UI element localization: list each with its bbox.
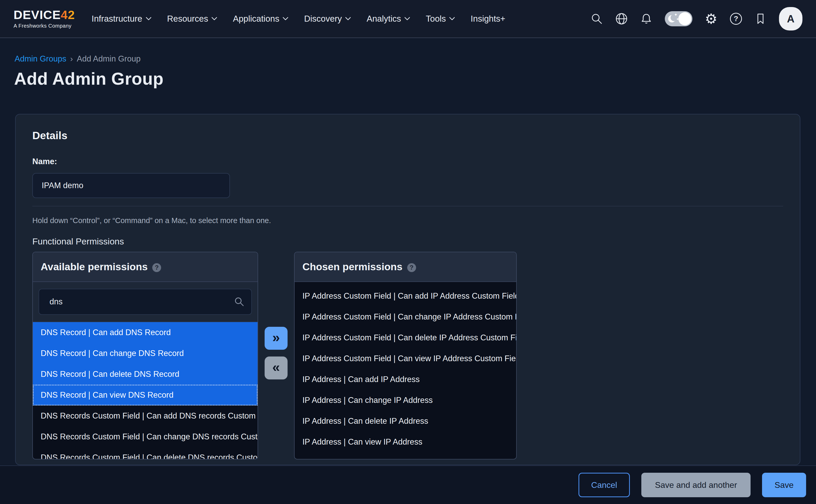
user-avatar[interactable]: A <box>779 7 802 30</box>
chevron-down-icon <box>345 17 351 21</box>
functional-permissions-label: Functional Permissions <box>32 236 783 247</box>
permission-option[interactable]: DNS Records Custom Field | Can add DNS r… <box>33 405 257 426</box>
available-search-row <box>33 282 257 322</box>
menu-analytics[interactable]: Analytics <box>366 14 410 24</box>
save-and-add-another-button[interactable]: Save and add another <box>641 473 751 497</box>
top-navbar: DEVICE42 A Freshworks Company Infrastruc… <box>0 0 816 38</box>
chevron-down-icon <box>211 17 217 21</box>
main-menu: Infrastructure Resources Applications Di… <box>91 14 505 24</box>
help-icon[interactable]: ? <box>730 13 742 25</box>
permission-option[interactable]: DNS Record | Can delete DNS Record <box>33 364 257 385</box>
permission-option[interactable]: IP Address | Can view IP Address <box>294 432 516 452</box>
menu-resources[interactable]: Resources <box>167 14 217 24</box>
chevron-down-icon <box>404 17 410 21</box>
toggle-knob <box>678 12 691 25</box>
chevron-down-icon <box>282 17 288 21</box>
permission-option[interactable]: DNS Record | Can view DNS Record <box>33 385 257 405</box>
form-footer: Cancel Save and add another Save <box>0 465 816 504</box>
chosen-permissions-title: Chosen permissions <box>302 261 402 273</box>
save-button[interactable]: Save <box>762 473 806 497</box>
permission-option[interactable]: IP Address Custom Field | Can add IP Add… <box>294 286 516 306</box>
bookmark-icon[interactable] <box>754 13 766 25</box>
permission-option[interactable]: IP Address | Can change IP Address <box>294 390 516 411</box>
menu-label: Analytics <box>366 14 401 24</box>
chevron-down-icon <box>449 17 455 21</box>
menu-label: Tools <box>426 14 446 24</box>
logo-text: DEVICE42 <box>14 9 75 21</box>
permission-option[interactable]: IP Address Custom Field | Can change IP … <box>294 306 516 327</box>
menu-infrastructure[interactable]: Infrastructure <box>91 14 151 24</box>
permission-option[interactable]: DNS Record | Can add DNS Record <box>33 322 257 343</box>
search-icon[interactable] <box>591 13 603 25</box>
permission-option[interactable]: DNS Records Custom Field | Can delete DN… <box>33 447 257 459</box>
name-label: Name: <box>32 157 783 166</box>
breadcrumb-admin-groups-link[interactable]: Admin Groups <box>15 54 66 64</box>
page-title: Add Admin Group <box>14 69 816 89</box>
section-divider <box>32 206 783 206</box>
permission-option[interactable]: IP Address Custom Field | Can delete IP … <box>294 327 516 348</box>
available-permissions-panel: Available permissions ? DNS Record | Can… <box>32 252 258 459</box>
logo-tagline: A Freshworks Company <box>14 23 75 29</box>
menu-applications[interactable]: Applications <box>233 14 288 24</box>
available-permissions-header: Available permissions ? <box>33 252 257 282</box>
breadcrumb-separator: › <box>70 54 73 64</box>
menu-discovery[interactable]: Discovery <box>304 14 351 24</box>
chosen-permissions-list: IP Address Custom Field | Can add IP Add… <box>294 282 516 459</box>
notifications-bell-icon[interactable] <box>640 12 652 25</box>
menu-label: Applications <box>233 14 279 24</box>
available-help-icon[interactable]: ? <box>152 263 161 272</box>
menu-label: Insights+ <box>471 14 505 24</box>
permission-option[interactable]: IP Address Custom Field | Can view IP Ad… <box>294 348 516 369</box>
add-admin-group-page: DEVICE42 A Freshworks Company Infrastruc… <box>0 0 816 504</box>
globe-icon[interactable] <box>615 13 628 25</box>
available-filter-input[interactable] <box>39 289 252 315</box>
permission-option[interactable]: IP Address | Can add IP Address <box>294 369 516 390</box>
multiselect-hint: Hold down “Control”, or “Command” on a M… <box>32 216 783 225</box>
breadcrumb: Admin Groups › Add Admin Group <box>15 54 816 64</box>
cancel-button[interactable]: Cancel <box>579 473 630 497</box>
permissions-dual-list: Available permissions ? DNS Record | Can… <box>32 252 783 459</box>
details-card: Details Name: Hold down “Control”, or “C… <box>15 114 800 465</box>
theme-toggle[interactable]: ✦ ✦ <box>665 11 692 26</box>
menu-label: Discovery <box>304 14 342 24</box>
chosen-help-icon[interactable]: ? <box>407 263 416 272</box>
permission-option[interactable]: DNS Record | Can change DNS Record <box>33 343 257 364</box>
transfer-controls: » « <box>258 252 294 379</box>
menu-label: Infrastructure <box>91 14 142 24</box>
permission-option[interactable]: IP Address | Can delete IP Address <box>294 411 516 432</box>
menu-tools[interactable]: Tools <box>426 14 455 24</box>
logo-42: 42 <box>61 8 75 22</box>
permission-option[interactable]: DNS Records Custom Field | Can change DN… <box>33 426 257 447</box>
name-input[interactable] <box>32 173 230 198</box>
device42-logo[interactable]: DEVICE42 A Freshworks Company <box>14 9 75 29</box>
chosen-permissions-header: Chosen permissions ? <box>294 252 516 282</box>
menu-insights[interactable]: Insights+ <box>471 14 505 24</box>
navbar-actions: ✦ ✦ ⚙ ? A <box>591 7 802 30</box>
breadcrumb-current: Add Admin Group <box>77 54 140 64</box>
gear-icon[interactable]: ⚙ <box>705 12 717 26</box>
chevron-down-icon <box>146 17 151 21</box>
move-selected-right-button[interactable]: » <box>265 327 287 350</box>
sparkle-icon: ✦ <box>674 13 678 17</box>
available-permissions-title: Available permissions <box>41 261 147 273</box>
chosen-permissions-panel: Chosen permissions ? IP Address Custom F… <box>294 252 517 459</box>
details-heading: Details <box>32 130 783 142</box>
available-permissions-list: DNS Record | Can add DNS Record DNS Reco… <box>33 322 257 459</box>
move-selected-left-button[interactable]: « <box>265 357 287 379</box>
menu-label: Resources <box>167 14 208 24</box>
